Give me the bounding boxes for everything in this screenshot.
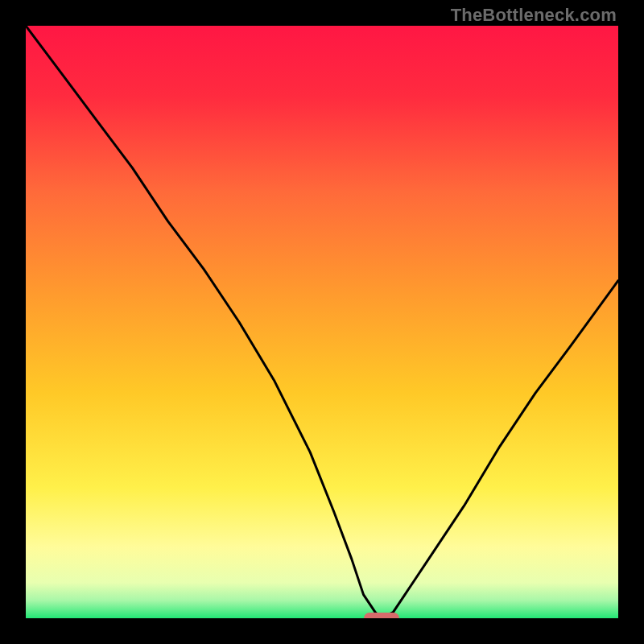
- watermark-text: TheBottleneck.com: [451, 5, 617, 26]
- optimal-marker: [364, 613, 399, 618]
- plot-area: [26, 26, 618, 618]
- bottleneck-curve: [26, 26, 618, 618]
- chart-frame: TheBottleneck.com: [0, 0, 644, 644]
